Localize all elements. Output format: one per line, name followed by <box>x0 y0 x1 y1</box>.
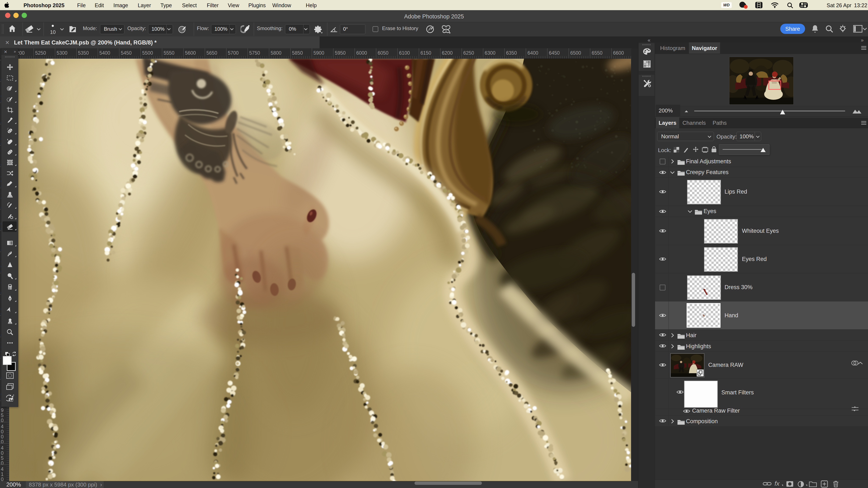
svg-text:5900: 5900 <box>313 50 324 56</box>
svg-text:5650: 5650 <box>207 50 217 56</box>
svg-text:5250: 5250 <box>35 50 46 56</box>
svg-text:6000: 6000 <box>356 50 367 56</box>
svg-text:6150: 6150 <box>421 50 431 56</box>
svg-text:6550: 6550 <box>592 50 602 56</box>
svg-text:6200: 6200 <box>442 50 453 56</box>
svg-text:5750: 5750 <box>249 50 260 56</box>
svg-text:6300: 6300 <box>485 50 495 56</box>
svg-text:6600: 6600 <box>613 50 624 56</box>
svg-text:0: 0 <box>1 434 4 440</box>
svg-text:5800: 5800 <box>271 50 281 56</box>
svg-text:6050: 6050 <box>378 50 389 56</box>
svg-text:4: 4 <box>1 466 4 472</box>
svg-text:5: 5 <box>1 455 4 461</box>
svg-text:0: 0 <box>1 418 4 423</box>
svg-text:5700: 5700 <box>228 50 239 56</box>
svg-text:6450: 6450 <box>549 50 560 56</box>
svg-text:5550: 5550 <box>164 50 175 56</box>
svg-text:6350: 6350 <box>506 50 517 56</box>
svg-text:6400: 6400 <box>527 50 538 56</box>
svg-text:5600: 5600 <box>185 50 196 56</box>
svg-text:5350: 5350 <box>78 50 89 56</box>
svg-text:6250: 6250 <box>463 50 474 56</box>
svg-text:T: T <box>8 285 12 291</box>
svg-text:5400: 5400 <box>99 50 110 56</box>
svg-text:0: 0 <box>1 450 4 456</box>
svg-text:5: 5 <box>1 413 4 418</box>
svg-text:0: 0 <box>1 429 4 434</box>
svg-text:6500: 6500 <box>570 50 581 56</box>
svg-text:0: 0 <box>1 477 4 481</box>
svg-text:9: 9 <box>1 408 4 413</box>
svg-text:0: 0 <box>1 439 4 445</box>
svg-text:5450: 5450 <box>121 50 132 56</box>
svg-text:5300: 5300 <box>57 50 67 56</box>
svg-text:4: 4 <box>1 424 4 429</box>
svg-text:4: 4 <box>1 445 4 451</box>
svg-text:6100: 6100 <box>399 50 410 56</box>
svg-text:0: 0 <box>1 460 4 466</box>
svg-text:5950: 5950 <box>335 50 346 56</box>
svg-text:1: 1 <box>1 471 4 477</box>
svg-text:5500: 5500 <box>142 50 153 56</box>
svg-text:5850: 5850 <box>292 50 303 56</box>
